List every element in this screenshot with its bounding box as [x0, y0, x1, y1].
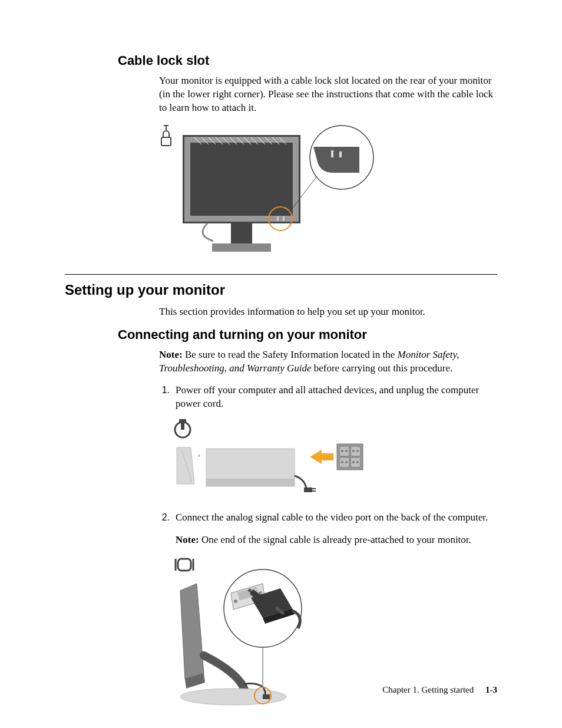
step-1: 1. Power off your computer and all attac… [159, 384, 497, 411]
svg-point-33 [198, 454, 200, 457]
svg-rect-21 [277, 216, 279, 221]
note-text-2: before carrying out this procedure. [311, 363, 452, 374]
footer-page-number: 1-3 [476, 685, 497, 694]
svg-rect-20 [212, 243, 271, 252]
svg-rect-19 [231, 223, 252, 243]
step-1-number: 1. [159, 384, 170, 411]
svg-marker-31 [177, 447, 194, 484]
step-2-note-text: One end of the signal cable is already p… [199, 534, 471, 545]
step-2-note-label: Note: [176, 534, 199, 545]
page-footer: Chapter 1. Getting started 1-3 [382, 685, 497, 695]
svg-point-50 [345, 461, 348, 463]
svg-point-47 [352, 450, 355, 452]
svg-rect-34 [206, 449, 295, 479]
svg-point-46 [345, 450, 348, 452]
paragraph-setting-up-intro: This section provides information to hel… [159, 305, 497, 319]
heading-connecting: Connecting and turning on your monitor [65, 327, 497, 342]
svg-rect-29 [181, 421, 184, 430]
note-connecting: Note: Be sure to read the Safety Informa… [159, 348, 497, 375]
svg-point-48 [356, 450, 359, 452]
svg-rect-43 [339, 457, 349, 467]
step-2-text: Connect the analog signal cable to the v… [176, 511, 488, 525]
footer-chapter: Chapter 1. Getting started [382, 685, 474, 694]
heading-setting-up: Setting up your monitor [65, 282, 497, 298]
figure-power-off [65, 419, 497, 498]
svg-point-49 [341, 461, 343, 463]
note-text-1: Be sure to read the Safety Information l… [183, 349, 398, 360]
svg-rect-36 [304, 487, 312, 492]
section-divider [65, 274, 497, 275]
step-2-note: Note: One end of the signal cable is alr… [65, 533, 497, 547]
svg-rect-54 [178, 559, 191, 571]
svg-rect-44 [351, 457, 361, 467]
svg-rect-35 [206, 479, 295, 486]
note-label: Note: [159, 349, 183, 360]
svg-point-52 [356, 461, 359, 463]
step-1-text: Power off your computer and all attached… [176, 384, 497, 411]
figure-cable-lock-slot [65, 123, 497, 261]
svg-rect-41 [339, 446, 349, 456]
svg-point-45 [341, 450, 343, 452]
svg-marker-39 [310, 450, 333, 464]
svg-rect-22 [283, 216, 285, 221]
svg-point-63 [234, 599, 237, 603]
svg-rect-59 [263, 694, 270, 699]
svg-rect-30 [179, 419, 186, 423]
step-2-number: 2. [159, 511, 170, 525]
svg-marker-56 [180, 584, 204, 679]
svg-rect-42 [351, 446, 361, 456]
heading-cable-lock-slot: Cable lock slot [65, 53, 497, 68]
step-2: 2. Connect the analog signal cable to th… [159, 511, 497, 525]
svg-rect-26 [339, 151, 342, 157]
svg-rect-25 [331, 150, 333, 157]
paragraph-cable-lock: Your monitor is equipped with a cable lo… [159, 74, 497, 115]
svg-point-51 [352, 461, 355, 463]
svg-rect-18 [193, 146, 290, 213]
svg-rect-0 [161, 137, 171, 146]
